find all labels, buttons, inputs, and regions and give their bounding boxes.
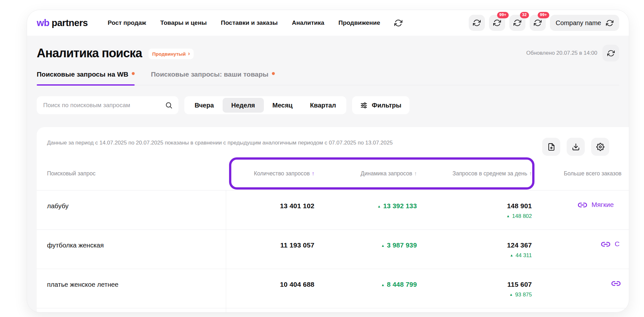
column-header-query-dynamics[interactable]: Динамика запросов↑ <box>314 170 417 177</box>
category-link-label: С <box>615 240 620 248</box>
logo-partners: partners <box>52 18 88 28</box>
query-count-cell: 13 401 102 <box>226 191 314 229</box>
column-header-avg-per-day[interactable]: Запросов в среднем за день↑ <box>417 170 532 177</box>
notification-button[interactable] <box>469 15 485 31</box>
nav-item[interactable]: Товары и цены <box>160 19 207 26</box>
table-body: лабубу 13 401 102 ▲13 392 133 148 901 ▲1… <box>37 190 629 312</box>
nav-item[interactable]: Продвижение <box>339 19 380 26</box>
refresh-icon <box>607 50 615 57</box>
notification-button[interactable]: 99+ <box>530 15 546 31</box>
notification-button[interactable]: 32 <box>509 15 525 31</box>
wb-partners-logo[interactable]: wb partners <box>37 18 88 28</box>
table-card-header: Данные за период с 14.07.2025 по 20.07.2… <box>37 127 629 157</box>
sliders-icon <box>360 102 368 109</box>
query-dynamics-cell: ▲3 987 939 <box>314 230 417 269</box>
search-query-cell: футболка женская <box>37 230 226 269</box>
sort-arrow-icon[interactable]: ↑ <box>414 171 417 177</box>
plan-badge-button[interactable]: Продвинутый › <box>149 49 194 59</box>
updated-text: Обновлено 20.07.25 в 14:00 <box>526 50 597 56</box>
sort-arrow-icon[interactable]: ↑ <box>529 171 532 177</box>
query-count-cell: 11 193 057 <box>226 230 314 269</box>
gear-icon <box>596 143 604 151</box>
column-header-query-count[interactable]: Количество запросов↑ <box>226 170 314 177</box>
chevron-right-icon: › <box>188 52 190 55</box>
top-navigation-bar: wb partners Рост продаж Товары и цены По… <box>27 10 629 36</box>
category-link-cell[interactable]: С <box>532 230 629 269</box>
increase-triangle-icon: ▲ <box>510 253 513 257</box>
refresh-icon <box>606 19 613 27</box>
download-icon <box>572 143 580 151</box>
column-header-most-orders[interactable]: Больше всего заказов <box>532 170 629 177</box>
link-icon <box>601 240 610 249</box>
avg-per-day-cell: 148 901 ▲148 802 <box>417 191 532 229</box>
search-icon[interactable] <box>165 101 173 109</box>
file-plus-icon <box>547 143 555 151</box>
refresh-icon <box>514 19 521 27</box>
refresh-icon[interactable] <box>394 19 402 27</box>
table-row-partial[interactable] <box>37 308 629 312</box>
avg-per-day-cell: 124 367 ▲44 311 <box>417 230 532 269</box>
refresh-icon <box>473 19 481 27</box>
link-icon <box>611 279 620 288</box>
link-icon <box>578 200 587 210</box>
notification-badge: 99+ <box>497 12 509 18</box>
query-dynamics-cell: ▲8 448 799 <box>314 269 417 308</box>
main-nav: Рост продаж Товары и цены Поставки и зак… <box>108 19 402 27</box>
notification-button[interactable]: 99+ <box>489 15 505 31</box>
category-link-cell[interactable]: Мягкие <box>532 191 629 229</box>
notification-badge: 32 <box>520 12 529 18</box>
search-queries-table-card: Данные за период с 14.07.2025 по 20.07.2… <box>37 127 629 312</box>
table-settings-button[interactable] <box>591 138 609 156</box>
page-title: Аналитика поиска <box>37 46 142 60</box>
app-window: wb partners Рост продаж Товары и цены По… <box>27 10 629 312</box>
table-row[interactable]: лабубу 13 401 102 ▲13 392 133 148 901 ▲1… <box>37 190 629 229</box>
notification-dot <box>132 72 135 75</box>
category-link-label: Мягкие <box>591 201 614 209</box>
tab-bar: Поисковые запросы на WB Поисковые запрос… <box>37 70 619 85</box>
period-segmented-control: Вчера Неделя Месяц Квартал <box>184 96 346 114</box>
table-row[interactable]: футболка женская 11 193 057 ▲3 987 939 1… <box>37 229 629 269</box>
filter-controls: Вчера Неделя Месяц Квартал Фильтры <box>37 96 619 114</box>
nav-item[interactable]: Рост продаж <box>108 19 146 26</box>
download-button[interactable] <box>567 138 585 156</box>
increase-triangle-icon: ▲ <box>509 293 513 296</box>
period-option[interactable]: Вчера <box>186 98 223 113</box>
period-option[interactable]: Месяц <box>264 98 302 113</box>
period-option[interactable]: Неделя <box>223 98 264 113</box>
search-query-cell: лабубу <box>37 191 226 229</box>
company-menu-button[interactable]: Company name <box>550 15 619 31</box>
query-dynamics-cell: ▲13 392 133 <box>314 191 417 229</box>
filters-button[interactable]: Фильтры <box>352 96 409 114</box>
table-toolbar <box>542 138 609 156</box>
query-count-cell: 10 404 688 <box>226 269 314 308</box>
increase-triangle-icon: ▲ <box>377 204 381 208</box>
notification-dot <box>272 72 275 75</box>
updated-block: Обновлено 20.07.25 в 14:00 <box>526 45 619 61</box>
sort-arrow-icon[interactable]: ↑ <box>312 171 315 177</box>
plan-badge-label: Продвинутый <box>152 51 186 57</box>
create-report-button[interactable] <box>542 138 560 156</box>
column-header-search-query[interactable]: Поисковый запрос <box>37 170 226 177</box>
title-row: Аналитика поиска Продвинутый › Обновлено… <box>37 45 619 61</box>
table-header-row: Поисковый запрос Количество запросов↑ Ди… <box>37 157 629 190</box>
notification-badge: 99+ <box>538 12 549 18</box>
tab-search-queries-wb[interactable]: Поисковые запросы на WB <box>37 70 135 85</box>
tab-search-queries-your-products[interactable]: Поисковые запросы: ваши товары <box>151 70 275 85</box>
increase-triangle-icon: ▲ <box>381 244 385 247</box>
nav-item[interactable]: Поставки и заказы <box>221 19 278 26</box>
search-query-cell: платье женское летнее <box>37 269 226 308</box>
category-link-cell[interactable] <box>532 269 629 308</box>
company-name-label: Company name <box>556 19 601 27</box>
search-box <box>37 96 178 114</box>
period-option[interactable]: Квартал <box>301 98 345 113</box>
search-input[interactable] <box>43 101 165 109</box>
refresh-icon <box>534 19 542 27</box>
refresh-icon <box>493 19 501 27</box>
refresh-data-button[interactable] <box>602 45 619 61</box>
account-actions: 99+ 32 99+ Company name <box>469 15 619 31</box>
increase-triangle-icon: ▲ <box>381 283 385 287</box>
avg-per-day-cell: 115 607 ▲93 875 <box>417 269 532 308</box>
logo-wb: wb <box>37 18 49 28</box>
nav-item[interactable]: Аналитика <box>292 19 324 26</box>
table-row[interactable]: платье женское летнее 10 404 688 ▲8 448 … <box>37 269 629 308</box>
